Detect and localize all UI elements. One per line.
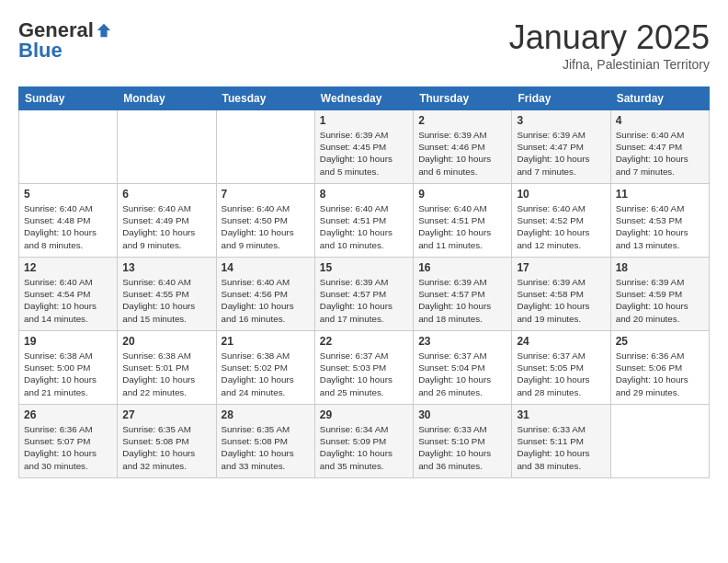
day-info: Sunrise: 6:33 AMSunset: 5:11 PMDaylight:… bbox=[517, 423, 605, 472]
day-info: Sunrise: 6:39 AMSunset: 4:45 PMDaylight:… bbox=[320, 129, 408, 178]
calendar-body: 1Sunrise: 6:39 AMSunset: 4:45 PMDaylight… bbox=[19, 110, 710, 478]
day-info: Sunrise: 6:40 AMSunset: 4:52 PMDaylight:… bbox=[517, 202, 605, 251]
calendar-day-cell: 17Sunrise: 6:39 AMSunset: 4:58 PMDayligh… bbox=[512, 258, 610, 331]
calendar-day-cell: 15Sunrise: 6:39 AMSunset: 4:57 PMDayligh… bbox=[314, 258, 413, 331]
weekday-header-cell: Wednesday bbox=[314, 87, 413, 110]
day-info: Sunrise: 6:40 AMSunset: 4:50 PMDaylight:… bbox=[222, 202, 310, 251]
day-info: Sunrise: 6:35 AMSunset: 5:08 PMDaylight:… bbox=[122, 423, 210, 472]
day-number: 10 bbox=[517, 188, 605, 201]
day-number: 1 bbox=[320, 114, 408, 127]
day-number: 30 bbox=[418, 408, 506, 421]
day-info: Sunrise: 6:39 AMSunset: 4:58 PMDaylight:… bbox=[517, 276, 605, 325]
calendar-day-cell: 29Sunrise: 6:34 AMSunset: 5:09 PMDayligh… bbox=[314, 405, 413, 478]
day-number: 8 bbox=[320, 188, 408, 201]
day-number: 17 bbox=[517, 261, 605, 274]
calendar-week-row: 19Sunrise: 6:38 AMSunset: 5:00 PMDayligh… bbox=[19, 331, 710, 405]
day-info: Sunrise: 6:40 AMSunset: 4:56 PMDaylight:… bbox=[222, 276, 310, 325]
weekday-header-cell: Monday bbox=[118, 87, 216, 110]
calendar-day-cell: 11Sunrise: 6:40 AMSunset: 4:53 PMDayligh… bbox=[610, 184, 709, 258]
calendar-day-cell: 19Sunrise: 6:38 AMSunset: 5:00 PMDayligh… bbox=[19, 331, 118, 405]
calendar-day-cell bbox=[216, 110, 314, 184]
day-number: 23 bbox=[418, 335, 506, 348]
calendar-day-cell: 31Sunrise: 6:33 AMSunset: 5:11 PMDayligh… bbox=[512, 405, 610, 478]
logo: General Blue bbox=[18, 18, 112, 63]
day-info: Sunrise: 6:39 AMSunset: 4:59 PMDaylight:… bbox=[616, 276, 704, 325]
logo-icon bbox=[96, 22, 112, 39]
day-number: 20 bbox=[122, 335, 210, 348]
weekday-header-cell: Friday bbox=[512, 87, 610, 110]
calendar-day-cell: 30Sunrise: 6:33 AMSunset: 5:10 PMDayligh… bbox=[414, 405, 512, 478]
day-number: 5 bbox=[24, 188, 112, 201]
day-info: Sunrise: 6:39 AMSunset: 4:47 PMDaylight:… bbox=[517, 129, 605, 178]
day-number: 21 bbox=[222, 335, 310, 348]
page-header: General Blue January 2025 Jifna, Palesti… bbox=[18, 18, 710, 72]
calendar-day-cell: 4Sunrise: 6:40 AMSunset: 4:47 PMDaylight… bbox=[610, 110, 709, 184]
calendar-day-cell bbox=[118, 110, 216, 184]
day-info: Sunrise: 6:39 AMSunset: 4:57 PMDaylight:… bbox=[418, 276, 506, 325]
day-info: Sunrise: 6:40 AMSunset: 4:55 PMDaylight:… bbox=[122, 276, 210, 325]
calendar-day-cell: 16Sunrise: 6:39 AMSunset: 4:57 PMDayligh… bbox=[414, 258, 512, 331]
calendar-week-row: 12Sunrise: 6:40 AMSunset: 4:54 PMDayligh… bbox=[19, 258, 710, 331]
logo-blue-text: Blue bbox=[18, 39, 63, 63]
day-info: Sunrise: 6:40 AMSunset: 4:48 PMDaylight:… bbox=[24, 202, 112, 251]
day-number: 29 bbox=[320, 408, 408, 421]
day-info: Sunrise: 6:38 AMSunset: 5:02 PMDaylight:… bbox=[222, 350, 310, 398]
day-info: Sunrise: 6:40 AMSunset: 4:54 PMDaylight:… bbox=[24, 276, 112, 325]
day-number: 25 bbox=[616, 335, 704, 348]
calendar-table: SundayMondayTuesdayWednesdayThursdayFrid… bbox=[18, 86, 710, 478]
day-info: Sunrise: 6:34 AMSunset: 5:09 PMDaylight:… bbox=[320, 423, 408, 472]
day-info: Sunrise: 6:37 AMSunset: 5:05 PMDaylight:… bbox=[517, 350, 605, 398]
calendar-day-cell: 12Sunrise: 6:40 AMSunset: 4:54 PMDayligh… bbox=[19, 258, 118, 331]
title-area: January 2025 Jifna, Palestinian Territor… bbox=[509, 18, 710, 72]
day-info: Sunrise: 6:39 AMSunset: 4:57 PMDaylight:… bbox=[320, 276, 408, 325]
day-number: 13 bbox=[122, 261, 210, 274]
calendar-day-cell: 18Sunrise: 6:39 AMSunset: 4:59 PMDayligh… bbox=[610, 258, 709, 331]
day-number: 6 bbox=[122, 188, 210, 201]
calendar-day-cell: 13Sunrise: 6:40 AMSunset: 4:55 PMDayligh… bbox=[118, 258, 216, 331]
calendar-week-row: 1Sunrise: 6:39 AMSunset: 4:45 PMDaylight… bbox=[19, 110, 710, 184]
day-number: 2 bbox=[418, 114, 506, 127]
day-info: Sunrise: 6:39 AMSunset: 4:46 PMDaylight:… bbox=[418, 129, 506, 178]
day-info: Sunrise: 6:36 AMSunset: 5:06 PMDaylight:… bbox=[616, 350, 704, 398]
location-subtitle: Jifna, Palestinian Territory bbox=[509, 57, 710, 72]
month-title: January 2025 bbox=[509, 18, 710, 57]
calendar-day-cell: 21Sunrise: 6:38 AMSunset: 5:02 PMDayligh… bbox=[216, 331, 314, 405]
calendar-day-cell: 27Sunrise: 6:35 AMSunset: 5:08 PMDayligh… bbox=[118, 405, 216, 478]
calendar-day-cell: 8Sunrise: 6:40 AMSunset: 4:51 PMDaylight… bbox=[314, 184, 413, 258]
calendar-day-cell: 3Sunrise: 6:39 AMSunset: 4:47 PMDaylight… bbox=[512, 110, 610, 184]
day-number: 14 bbox=[222, 261, 310, 274]
svg-marker-0 bbox=[97, 24, 110, 37]
day-info: Sunrise: 6:40 AMSunset: 4:51 PMDaylight:… bbox=[320, 202, 408, 251]
day-number: 9 bbox=[418, 188, 506, 201]
day-number: 22 bbox=[320, 335, 408, 348]
day-info: Sunrise: 6:40 AMSunset: 4:49 PMDaylight:… bbox=[122, 202, 210, 251]
day-info: Sunrise: 6:37 AMSunset: 5:03 PMDaylight:… bbox=[320, 350, 408, 398]
weekday-header-cell: Thursday bbox=[414, 87, 512, 110]
calendar-day-cell: 6Sunrise: 6:40 AMSunset: 4:49 PMDaylight… bbox=[118, 184, 216, 258]
calendar-day-cell: 1Sunrise: 6:39 AMSunset: 4:45 PMDaylight… bbox=[314, 110, 413, 184]
calendar-week-row: 5Sunrise: 6:40 AMSunset: 4:48 PMDaylight… bbox=[19, 184, 710, 258]
calendar-day-cell: 9Sunrise: 6:40 AMSunset: 4:51 PMDaylight… bbox=[414, 184, 512, 258]
day-number: 18 bbox=[616, 261, 704, 274]
calendar-day-cell: 20Sunrise: 6:38 AMSunset: 5:01 PMDayligh… bbox=[118, 331, 216, 405]
calendar-day-cell: 7Sunrise: 6:40 AMSunset: 4:50 PMDaylight… bbox=[216, 184, 314, 258]
calendar-day-cell: 22Sunrise: 6:37 AMSunset: 5:03 PMDayligh… bbox=[314, 331, 413, 405]
day-number: 26 bbox=[24, 408, 112, 421]
day-info: Sunrise: 6:40 AMSunset: 4:47 PMDaylight:… bbox=[616, 129, 704, 178]
day-number: 11 bbox=[616, 188, 704, 201]
day-number: 15 bbox=[320, 261, 408, 274]
day-number: 7 bbox=[222, 188, 310, 201]
calendar-day-cell: 5Sunrise: 6:40 AMSunset: 4:48 PMDaylight… bbox=[19, 184, 118, 258]
day-info: Sunrise: 6:37 AMSunset: 5:04 PMDaylight:… bbox=[418, 350, 506, 398]
day-info: Sunrise: 6:33 AMSunset: 5:10 PMDaylight:… bbox=[418, 423, 506, 472]
day-info: Sunrise: 6:38 AMSunset: 5:01 PMDaylight:… bbox=[122, 350, 210, 398]
day-info: Sunrise: 6:38 AMSunset: 5:00 PMDaylight:… bbox=[24, 350, 112, 398]
calendar-day-cell: 2Sunrise: 6:39 AMSunset: 4:46 PMDaylight… bbox=[414, 110, 512, 184]
calendar-day-cell: 24Sunrise: 6:37 AMSunset: 5:05 PMDayligh… bbox=[512, 331, 610, 405]
weekday-header-row: SundayMondayTuesdayWednesdayThursdayFrid… bbox=[19, 87, 710, 110]
day-number: 16 bbox=[418, 261, 506, 274]
calendar-day-cell: 26Sunrise: 6:36 AMSunset: 5:07 PMDayligh… bbox=[19, 405, 118, 478]
day-number: 12 bbox=[24, 261, 112, 274]
day-number: 24 bbox=[517, 335, 605, 348]
calendar-day-cell: 28Sunrise: 6:35 AMSunset: 5:08 PMDayligh… bbox=[216, 405, 314, 478]
